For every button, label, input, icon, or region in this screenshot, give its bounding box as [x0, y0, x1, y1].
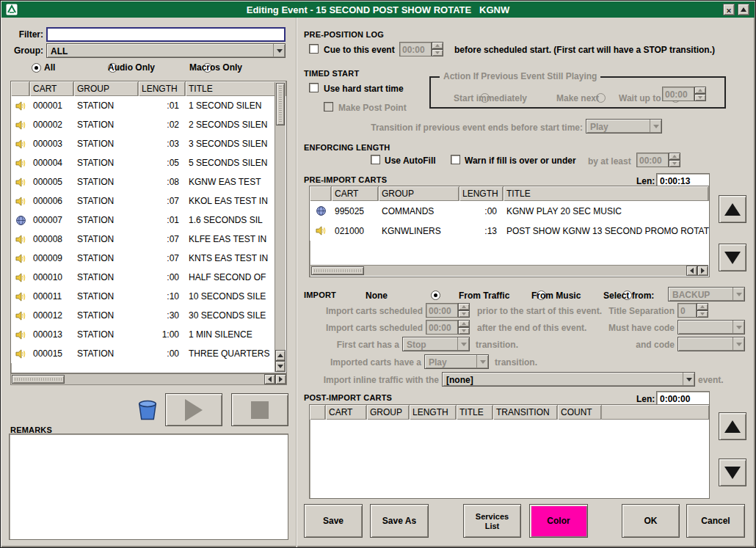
table-row[interactable]: 000001STATION:011 SECOND SILEN	[11, 96, 286, 115]
column-header[interactable]	[310, 405, 326, 420]
scroll-down-button[interactable]	[275, 361, 286, 372]
maximize-button[interactable]	[738, 4, 749, 15]
scrollbar-thumb[interactable]	[311, 266, 364, 275]
table-row[interactable]: 000003STATION:033 SECONDS SILEN	[11, 134, 286, 153]
scroll-right-button[interactable]	[697, 266, 708, 276]
scrollbar-track[interactable]	[65, 374, 264, 384]
first-cart-transition-select[interactable]: Stop	[402, 337, 470, 351]
spin-up-button[interactable]	[432, 42, 443, 49]
column-header[interactable]: LENGTH	[139, 81, 186, 96]
column-header[interactable]: TITLE	[504, 186, 709, 201]
color-button[interactable]: Color	[529, 504, 588, 538]
use-autofill-checkbox[interactable]	[371, 155, 380, 164]
save-as-button[interactable]: Save As	[370, 504, 429, 538]
spin-down-button[interactable]	[697, 310, 708, 318]
services-list-button[interactable]: ServicesList	[463, 504, 521, 538]
post-import-table: CARTGROUPLENGTHTITLETRANSITIONCOUNT	[309, 404, 710, 499]
table-row[interactable]: 000007STATION:011.6 SECONDS SIL	[11, 211, 286, 230]
scroll-left-button[interactable]	[686, 266, 697, 276]
pre-import-horizontal-scrollbar[interactable]	[310, 265, 708, 276]
table-row[interactable]: 000009STATION:07KNTS EAS TEST IN	[11, 249, 286, 268]
post-import-len-field[interactable]: 0:00:00	[656, 391, 710, 405]
titlebar[interactable]: Editing Event - 15 SECOND POST SHOW ROTA…	[1, 1, 755, 18]
column-header[interactable]	[11, 81, 30, 96]
spin-up-button[interactable]	[694, 87, 706, 94]
spin-down-button[interactable]	[694, 94, 706, 101]
group-select[interactable]: ALL	[46, 43, 286, 58]
table-row[interactable]: 000006STATION:07KKOL EAS TEST IN	[11, 191, 286, 211]
column-header[interactable]: TITLE	[186, 81, 286, 96]
table-row[interactable]: 000008STATION:07KLFE EAS TEST IN	[11, 230, 286, 249]
radio-import-none[interactable]	[431, 291, 440, 300]
scroll-right-button[interactable]	[275, 374, 286, 384]
cancel-button[interactable]: Cancel	[686, 504, 745, 538]
column-header[interactable]: TITLE	[457, 405, 493, 420]
table-row[interactable]: 000002STATION:022 SECONDS SILEN	[11, 115, 286, 134]
must-have-code-select[interactable]	[677, 320, 745, 335]
table-row[interactable]: 995025COMMANDS:00KGNW PLAY 20 SEC MUSIC	[310, 201, 709, 221]
column-header[interactable]: LENGTH	[459, 186, 504, 201]
stop-button[interactable]	[231, 393, 288, 426]
spin-down-button[interactable]	[458, 310, 470, 318]
column-header[interactable]: GROUP	[379, 186, 459, 201]
spin-up-button[interactable]	[458, 320, 470, 327]
scrollbar-track[interactable]	[275, 126, 286, 350]
scrollbar-thumb[interactable]	[12, 375, 65, 384]
use-hard-start-checkbox[interactable]	[309, 83, 319, 92]
save-button[interactable]: Save	[304, 504, 363, 538]
spin-down-button[interactable]	[669, 160, 680, 167]
select-from-select[interactable]: BACKUP	[668, 287, 745, 302]
sched-prior-spinner[interactable]: 00:00	[426, 303, 470, 318]
column-header[interactable]: GROUP	[74, 81, 139, 96]
table-row[interactable]: 000012STATION:3030 SECONDS SILE	[11, 306, 286, 325]
column-header[interactable]: CART	[30, 81, 74, 96]
spin-down-button[interactable]	[458, 327, 470, 335]
remarks-textarea[interactable]	[9, 434, 288, 540]
cue-time-spinner[interactable]: 00:00	[399, 42, 443, 56]
scroll-up-button[interactable]	[275, 350, 286, 361]
pre-import-move-down-button[interactable]	[719, 244, 746, 271]
column-header[interactable]	[310, 186, 332, 201]
table-row[interactable]: 021000KGNWLINERS:13POST SHOW KGNW 13 SEC…	[310, 221, 709, 241]
close-button[interactable]	[723, 4, 735, 15]
and-code-select[interactable]	[677, 337, 745, 351]
spin-up-button[interactable]	[458, 303, 470, 310]
library-horizontal-scrollbar[interactable]	[10, 373, 287, 385]
wait-time-spinner[interactable]: 00:00	[662, 87, 706, 101]
table-row[interactable]: 000013STATION1:001 MIN SILENCE	[11, 325, 286, 344]
title-separation-spinner[interactable]: 0	[677, 303, 708, 318]
scroll-left-button[interactable]	[264, 374, 275, 384]
post-import-move-down-button[interactable]	[719, 459, 746, 486]
scrollbar-thumb[interactable]	[276, 83, 285, 125]
scrollbar-track[interactable]	[365, 266, 686, 276]
make-post-point-checkbox[interactable]	[324, 102, 333, 112]
post-import-move-up-button[interactable]	[719, 412, 746, 440]
sched-after-spinner[interactable]: 00:00	[426, 320, 470, 335]
spin-down-button[interactable]	[432, 49, 443, 56]
column-header[interactable]: CART	[332, 186, 379, 201]
column-header[interactable]: LENGTH	[410, 405, 457, 420]
table-row[interactable]: 000010STATION:00HALF SECOND OF	[11, 268, 286, 287]
imported-carts-transition-select[interactable]: Play	[424, 354, 489, 369]
warn-time-spinner[interactable]: 00:00	[636, 153, 680, 167]
cue-to-event-checkbox[interactable]	[309, 44, 319, 54]
radio-all[interactable]	[32, 63, 41, 73]
transition-if-previous-select[interactable]: Play	[586, 119, 662, 134]
warn-fill-checkbox[interactable]	[451, 155, 460, 164]
table-row[interactable]: 000011STATION:1010 SECONDS SILE	[11, 287, 286, 306]
table-row[interactable]: 000004STATION:055 SECONDS SILEN	[11, 153, 286, 172]
library-vertical-scrollbar[interactable]	[275, 82, 286, 372]
column-header[interactable]: COUNT	[558, 405, 602, 420]
inline-traffic-select[interactable]: [none]	[442, 372, 695, 387]
ok-button[interactable]: OK	[622, 504, 680, 538]
column-header[interactable]: TRANSITION	[493, 405, 558, 420]
column-header[interactable]: CART	[326, 405, 367, 420]
table-row[interactable]: 000015STATION:00THREE QUARTERS	[11, 344, 286, 363]
play-button[interactable]	[165, 393, 222, 426]
column-header[interactable]: GROUP	[367, 405, 410, 420]
pre-import-move-up-button[interactable]	[719, 195, 746, 223]
spin-up-button[interactable]	[669, 153, 680, 160]
spin-up-button[interactable]	[697, 303, 708, 310]
filter-input[interactable]	[46, 27, 286, 42]
table-row[interactable]: 000005STATION:08KGNW EAS TEST	[11, 172, 286, 191]
